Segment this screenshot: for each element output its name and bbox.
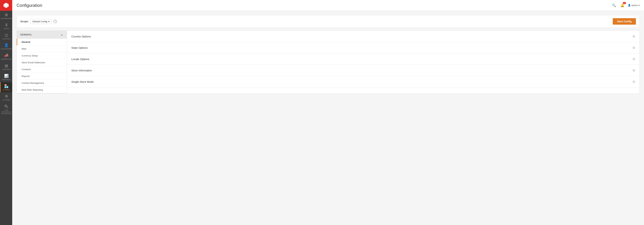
config-section-single-store-mode[interactable]: Single-Store Mode ⊙	[67, 76, 640, 87]
admin-label: admin	[632, 4, 638, 7]
sidebar: ⊞ Dashboard $ Sales ◫ Catalog 👤 Customer…	[0, 0, 12, 225]
sidebar-item-content[interactable]: ▤ Content	[0, 62, 12, 72]
config-nav-item-content-management[interactable]: Content Management	[17, 80, 67, 87]
nav-item-label: Content Management	[22, 82, 44, 84]
sidebar-item-label: Customers	[1, 48, 12, 50]
sidebar-item-dashboard[interactable]: ⊞ Dashboard	[0, 11, 12, 21]
config-nav-general-section: GENERAL ▲ General Web Currency Setup Sto…	[17, 31, 67, 94]
topbar: Configuration 🔍 🔔 13 👤 admin ▾	[12, 0, 644, 11]
customers-icon: 👤	[4, 43, 8, 47]
scope-label: Scope:	[20, 20, 29, 23]
sidebar-item-stores[interactable]: 🏪 Stores	[0, 82, 12, 92]
stores-icon: 🏪	[4, 84, 8, 88]
sidebar-item-find-extensions[interactable]: 🔌 FIND PARTNERS & EXTENSIONS	[0, 103, 12, 116]
config-nav-item-new-relic-reporting[interactable]: New Relic Reporting	[17, 87, 67, 93]
chevron-down-icon: ▾	[48, 20, 50, 23]
nav-item-label: Reports	[22, 75, 30, 78]
config-nav-item-web[interactable]: Web	[17, 46, 67, 52]
config-section-store-information[interactable]: Store Information ⊙	[67, 65, 640, 76]
config-content: Country Options ⊙ State Options ⊙ Locale…	[67, 31, 640, 94]
sidebar-item-label: Marketing	[1, 58, 12, 60]
sidebar-item-label: Content	[2, 69, 10, 71]
search-button[interactable]: 🔍	[611, 3, 617, 8]
expand-icon: ⊙	[632, 80, 635, 84]
chevron-down-icon: ▾	[638, 4, 640, 7]
config-layout: GENERAL ▲ General Web Currency Setup Sto…	[16, 31, 640, 94]
general-section-label: GENERAL	[20, 34, 32, 36]
nav-item-label: New Relic Reporting	[22, 89, 43, 91]
config-nav-item-contacts[interactable]: Contacts	[17, 66, 67, 73]
bell-icon: 🔔	[620, 4, 624, 7]
sidebar-item-label: System	[3, 99, 10, 101]
sidebar-item-label: Catalog	[2, 38, 10, 40]
scope-help-icon[interactable]: ?	[53, 20, 57, 23]
section-name: State Options	[71, 46, 88, 49]
sidebar-item-system[interactable]: ⚙ System	[0, 92, 12, 103]
sales-icon: $	[6, 23, 7, 27]
scope-bar: Scope: Default Config ▾ ? Save Config	[16, 15, 640, 28]
nav-item-label: Contacts	[22, 68, 31, 71]
sidebar-item-catalog[interactable]: ◫ Catalog	[0, 31, 12, 41]
main-area: Configuration 🔍 🔔 13 👤 admin ▾ Scope: De…	[12, 0, 644, 225]
logo[interactable]	[0, 0, 12, 11]
expand-icon: ⊙	[632, 34, 635, 38]
config-section-locale-options[interactable]: Locale Options ⊙	[67, 53, 640, 65]
sidebar-item-label: Dashboard	[1, 18, 12, 20]
user-icon: 👤	[628, 4, 631, 7]
scope-selected-value: Default Config	[32, 20, 47, 23]
expand-icon: ⊙	[632, 46, 635, 50]
system-icon: ⚙	[5, 94, 8, 98]
marketing-icon: 📣	[4, 53, 8, 58]
expand-icon: ⊙	[632, 68, 635, 72]
dashboard-icon: ⊞	[5, 13, 8, 17]
sidebar-item-reports[interactable]: 📊 Reports	[0, 72, 12, 82]
page-title: Configuration	[16, 3, 42, 8]
admin-user-button[interactable]: 👤 admin ▾	[628, 4, 640, 7]
config-nav: GENERAL ▲ General Web Currency Setup Sto…	[17, 31, 67, 94]
catalog-icon: ◫	[5, 33, 8, 37]
sidebar-item-label: Sales	[4, 28, 9, 30]
config-nav-item-currency-setup[interactable]: Currency Setup	[17, 52, 67, 59]
page-body: Scope: Default Config ▾ ? Save Config GE…	[12, 11, 644, 225]
chevron-up-icon: ▲	[60, 33, 63, 36]
search-icon: 🔍	[612, 4, 616, 7]
section-name: Locale Options	[71, 58, 89, 61]
section-name: Country Options	[71, 35, 91, 38]
config-section-state-options[interactable]: State Options ⊙	[67, 42, 640, 53]
notifications-badge: 13	[623, 2, 626, 4]
sidebar-item-label: Reports	[2, 79, 10, 81]
content-icon: ▤	[5, 64, 8, 68]
sidebar-item-marketing[interactable]: 📣 Marketing	[0, 52, 12, 62]
topbar-actions: 🔍 🔔 13 👤 admin ▾	[611, 3, 640, 8]
save-config-button[interactable]: Save Config	[613, 18, 636, 25]
sidebar-item-sales[interactable]: $ Sales	[0, 21, 12, 31]
config-nav-item-store-email-addresses[interactable]: Store Email Addresses	[17, 59, 67, 66]
section-name: Single-Store Mode	[71, 80, 94, 83]
sidebar-item-label: Stores	[3, 89, 10, 91]
nav-item-label: Currency Setup	[22, 54, 38, 57]
scope-left: Scope: Default Config ▾ ?	[20, 19, 57, 24]
extensions-icon: 🔌	[4, 104, 8, 109]
notifications-button[interactable]: 🔔 13	[620, 3, 625, 8]
config-section-country-options[interactable]: Country Options ⊙	[67, 31, 640, 42]
reports-icon: 📊	[4, 74, 8, 78]
sidebar-item-label: FIND PARTNERS & EXTENSIONS	[1, 109, 12, 115]
scope-select[interactable]: Default Config ▾	[30, 19, 52, 24]
sidebar-item-customers[interactable]: 👤 Customers	[0, 41, 12, 52]
nav-item-label: General	[22, 41, 30, 43]
config-nav-item-reports[interactable]: Reports	[17, 73, 67, 80]
expand-icon: ⊙	[632, 57, 635, 61]
config-nav-item-general[interactable]: General	[17, 39, 67, 46]
section-name: Store Information	[71, 69, 92, 72]
config-nav-section-header-general[interactable]: GENERAL ▲	[17, 31, 67, 39]
nav-item-label: Store Email Addresses	[22, 61, 45, 64]
nav-item-label: Web	[22, 48, 26, 50]
